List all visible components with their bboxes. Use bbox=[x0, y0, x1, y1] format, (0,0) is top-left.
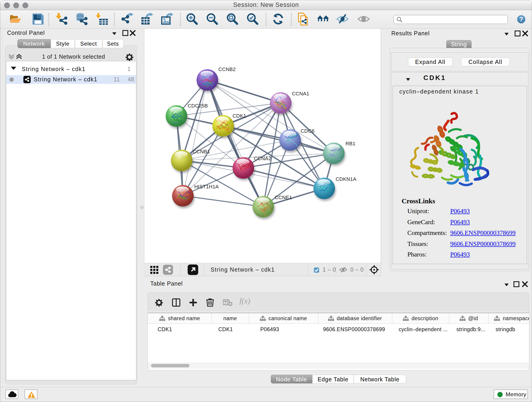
svg-text:CCNA1: CCNA1 bbox=[292, 91, 309, 96]
svg-text:CCNB2: CCNB2 bbox=[218, 66, 236, 72]
svg-text:CDKN1A: CDKN1A bbox=[336, 176, 356, 182]
svg-text:CDC6: CDC6 bbox=[301, 128, 315, 134]
svg-text:CCNB1: CCNB1 bbox=[193, 149, 210, 154]
svg-text:CCNE1: CCNE1 bbox=[275, 195, 292, 200]
svg-text:CDK1: CDK1 bbox=[233, 113, 246, 119]
svg-text:RB1: RB1 bbox=[346, 141, 355, 147]
svg-text:CDC25B: CDC25B bbox=[188, 103, 208, 109]
svg-text:HIST1H1A: HIST1H1A bbox=[194, 184, 219, 190]
svg-text:CCNA2: CCNA2 bbox=[254, 156, 271, 161]
